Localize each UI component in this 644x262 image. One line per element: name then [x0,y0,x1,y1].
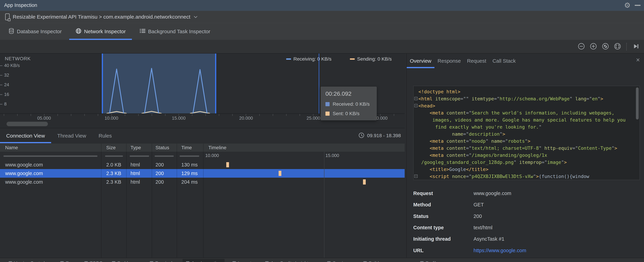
code-token: <html [418,96,432,102]
toolwindow-button-app-quality-insights[interactable]: App Quality Insights [262,259,314,262]
settings-gear-icon[interactable]: ⚙ [624,1,630,10]
code-fold-icon[interactable] [414,97,418,100]
reset-zoom-button[interactable] [602,43,610,50]
column-separator[interactable] [101,144,102,258]
zoom-out-button[interactable] [577,43,585,50]
response-payload-viewer[interactable]: <!doctype html><html itemscope="" itemty… [413,86,640,180]
toolwindow-button-services[interactable]: Services [324,259,353,262]
tab-connection-view[interactable]: Connection View [0,128,51,143]
toolwindow-button-logcat[interactable]: Logcat [229,259,255,262]
tab-call-stack[interactable]: Call Stack [489,54,519,68]
tab-label: Rules [98,133,112,139]
detail-label-url: URL [413,247,472,254]
skip-to-end-button[interactable] [632,43,640,50]
code-token [469,96,472,102]
code-token: " [598,96,600,102]
code-token: =" [586,96,592,102]
table-row[interactable]: www.google.com2.3 KBhtml200204 ms [0,178,405,186]
code-token: nonce [452,174,466,179]
toolwindow-button-terminal[interactable]: Terminal [146,259,176,262]
toolwindow-button-build[interactable]: Build [360,259,382,262]
chart-horizontal-scrollbar[interactable] [6,122,48,126]
toolwindow-label: Build [369,260,379,262]
timeline-gridline [324,152,324,258]
code-token [572,96,575,102]
code-token: " [539,124,542,130]
tooltip-row-received: Received: 0 KB/s [326,102,370,107]
toolwindow-icon [112,261,115,262]
x-axis-tick [219,114,219,116]
tab-overview[interactable]: Overview [407,54,434,68]
toolwindow-button-version-control[interactable]: Version Control [5,259,48,262]
zoom-in-button[interactable] [590,43,597,50]
tab-response[interactable]: Response [434,54,464,68]
close-icon[interactable]: × [636,56,640,64]
tab-label: Overview [410,58,431,64]
column-separator[interactable] [152,144,152,258]
code-token [418,152,430,158]
column-scrollbar[interactable] [4,156,98,157]
tab-label: Background Task Inspector [148,28,210,34]
toolwindow-label: Terminal [155,260,172,262]
code-token [516,160,519,165]
code-token: noodp [472,138,486,144]
detail-value-url[interactable]: https://www.google.com [474,247,526,254]
column-scrollbar[interactable] [130,156,149,157]
toolwindow-button-profiler[interactable]: Profiler [417,259,443,262]
details-tabs: OverviewResponseRequestCall Stack [407,54,644,68]
column-scrollbar[interactable] [155,156,174,157]
code-fold-icon[interactable] [414,174,418,178]
code-token: =" [494,96,500,102]
column-separator[interactable] [203,144,204,258]
code-line: <html itemscope="" itemtype="http://sche… [418,95,603,102]
table-row[interactable]: www.google.com2.0 KBhtml200130 ms [0,160,405,169]
x-axis-tick [232,114,233,116]
column-header-status[interactable]: Status [156,144,169,152]
tab-label: Network Inspector [84,28,126,34]
code-token: > [502,131,505,137]
toolwindow-button-problems[interactable]: Problems [108,259,140,262]
x-axis-tick [58,114,58,116]
detail-value-method: GET [474,201,484,208]
table-row[interactable]: www.google.com2.3 KBhtml200129 ms [0,169,405,178]
code-fold-icon[interactable] [414,104,418,107]
tab-thread-view[interactable]: Thread View [51,128,92,143]
column-scrollbar[interactable] [105,156,123,157]
tooltip-row-label: Received: 0 KB/s [333,102,370,107]
connection-tabs: Connection ViewThread ViewRules [0,128,405,143]
toolwindow-icon [420,261,424,262]
tooltip-swatch [326,102,330,106]
column-header-size[interactable]: Size [106,144,116,152]
timeline-request-marker [363,179,366,184]
code-token [444,110,446,116]
x-axis-tick-label: 05.000 [37,116,51,121]
column-header-time[interactable]: Time [181,144,192,152]
tab-label: Connection View [6,133,45,139]
minimize-icon[interactable] [635,5,640,6]
zoom-to-selection-button[interactable] [614,43,622,50]
column-header-type[interactable]: Type [130,144,141,152]
code-scrollbar-thumb[interactable] [636,88,639,120]
column-header-timeline[interactable]: Timeline [208,144,226,152]
chevron-down-icon[interactable] [194,16,198,19]
column-separator[interactable] [126,144,126,258]
code-token: /googleg_standard_color_128dp.png [418,160,514,165]
tab-rules[interactable]: Rules [92,128,118,143]
toolwindow-button-app-inspection[interactable]: App Inspection [182,259,224,262]
column-separator[interactable] [177,144,177,258]
tab-network-inspector[interactable]: Network Inspector [68,23,132,40]
code-token: itemprop [519,160,542,165]
code-token [418,146,430,151]
x-axis-tick [206,114,206,116]
process-selector[interactable]: Resizable Experimental API Tiramisu > co… [13,14,190,20]
column-header-name[interactable]: Name [5,144,18,152]
toolwindow-button-todo[interactable]: TODO [81,259,106,262]
tab-database-inspector[interactable]: Database Inspector [2,23,68,40]
column-scrollbar[interactable] [180,156,199,157]
code-token: itemscope [435,96,460,102]
tab-background-task-inspector[interactable]: Background Task Inspector [132,23,217,40]
tab-request[interactable]: Request [464,54,489,68]
toolwindow-button-run[interactable]: Run [57,259,78,262]
code-token [488,138,491,144]
code-token: images, videos and more. Google has many… [418,117,626,122]
